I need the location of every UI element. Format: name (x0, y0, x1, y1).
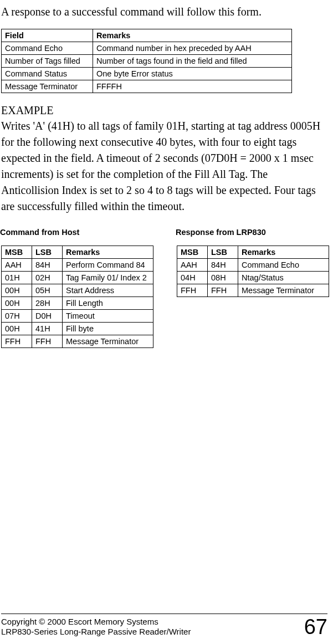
col-header: MSB (2, 246, 32, 259)
intro-paragraph: A response to a successful command will … (0, 4, 327, 19)
copyright-text: Copyright © 2000 Escort Memory Systems (1, 617, 191, 627)
table-row: Command StatusOne byte Error status (2, 68, 292, 80)
response-table: MSB LSB Remarks AAH84HCommand Echo 04H08… (177, 246, 329, 297)
table-row: FFHFFHMessage Terminator (177, 284, 329, 297)
table-row: Command EchoCommand number in hex preced… (2, 42, 292, 55)
table-row: AAH84HCommand Echo (177, 259, 329, 272)
col-header: Remarks (238, 246, 329, 259)
table-row: 04H08HNtag/Status (177, 272, 329, 284)
page-number: 67 (304, 616, 327, 637)
col-header: Remarks (93, 29, 292, 42)
col-header: Remarks (63, 246, 153, 259)
col-header: LSB (208, 246, 238, 259)
table-row: 00H28HFill Length (2, 297, 153, 310)
table-row: Message TerminatorFFFFH (2, 80, 292, 93)
right-table-title: Response from LRP830 (176, 228, 329, 237)
fields-table: Field Remarks Command EchoCommand number… (1, 29, 292, 93)
table-row: 07HD0HTimeout (2, 310, 153, 323)
table-row: AAH84HPerform Command 84 (2, 259, 153, 272)
table-row: Number of Tags filledNumber of tags foun… (2, 55, 292, 68)
col-header: Field (2, 29, 93, 42)
table-header-row: Field Remarks (2, 29, 292, 42)
table-header-row: MSB LSB Remarks (2, 246, 153, 259)
table-row: FFHFFHMessage Terminator (2, 335, 153, 348)
table-row: 00H05HStart Address (2, 284, 153, 297)
col-header: LSB (32, 246, 63, 259)
table-header-row: MSB LSB Remarks (177, 246, 329, 259)
example-heading: EXAMPLE (0, 104, 327, 117)
col-header: MSB (177, 246, 208, 259)
table-row: 00H41HFill byte (2, 323, 153, 335)
table-row: 01H02HTag Family 01/ Index 2 (2, 272, 153, 284)
example-body: Writes 'A' (41H) to all tags of family 0… (0, 118, 327, 214)
command-host-table: MSB LSB Remarks AAH84HPerform Command 84… (1, 246, 153, 348)
footer-divider (1, 614, 327, 614)
product-text: LRP830-Series Long-Range Passive Reader/… (1, 627, 191, 637)
left-table-title: Command from Host (0, 228, 153, 237)
page-footer: Copyright © 2000 Escort Memory Systems L… (1, 614, 327, 637)
